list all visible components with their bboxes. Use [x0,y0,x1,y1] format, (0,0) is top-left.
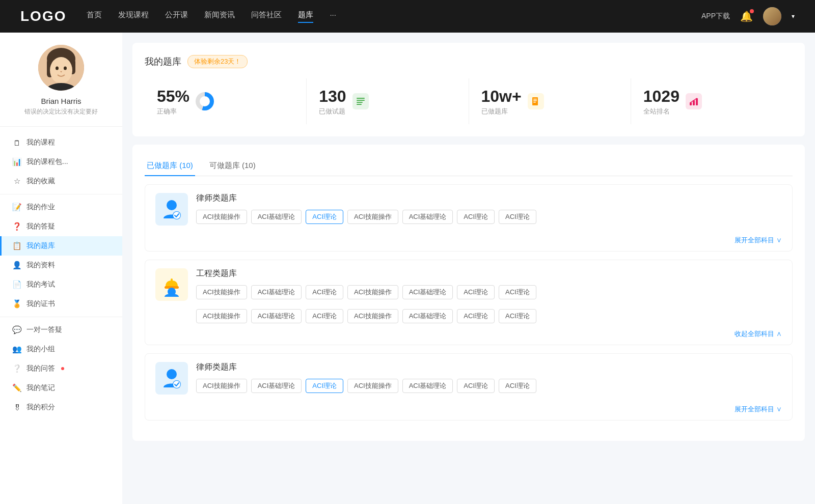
sidebar-item-my-qa[interactable]: ❓ 我的答疑 [0,217,122,236]
sidebar-item-course-package[interactable]: 📊 我的课程包... [0,152,122,172]
stat-number: 130 [319,87,346,106]
sidebar-item-my-bank[interactable]: 📋 我的题库 [0,236,122,256]
bank-tag-1-5[interactable]: ACI理论 [457,285,495,299]
trial-badge: 体验剩余23天！ [187,55,248,68]
sidebar-item-my-questions[interactable]: ❔ 我的问答 [0,359,122,378]
svg-rect-10 [357,102,363,103]
bank-tag-1r2-3[interactable]: ACI技能操作 [347,309,398,323]
medal-icon: 🏅 [12,299,21,309]
sidebar-item-certificate[interactable]: 🏅 我的证书 [0,294,122,314]
sidebar-item-my-courses[interactable]: 🗒 我的课程 [0,133,122,152]
bank-tag-1-1[interactable]: ACI基础理论 [251,285,302,299]
bank-tag-0-3[interactable]: ACI技能操作 [347,210,398,224]
sidebar-profile: Brian Harris 错误的决定比没有决定要好 [0,45,122,127]
sidebar-item-label: 我的课程包... [26,157,68,166]
banks-card: 已做题库 (10) 可做题库 (10) [132,145,805,441]
page-title: 我的题库 [145,55,181,68]
unread-dot [61,367,64,370]
stat-value-questions: 130 已做试题 [319,87,346,116]
bank-tag-1-0[interactable]: ACI技能操作 [196,285,247,299]
user-avatar[interactable] [763,7,781,25]
bank-tags-1: ACI技能操作 ACI基础理论 ACI理论 ACI技能操作 ACI基础理论 AC… [196,285,782,299]
nav-qa[interactable]: 问答社区 [251,10,282,23]
sidebar-item-one-on-one[interactable]: 💬 一对一答疑 [0,320,122,340]
bank-tag-1-2[interactable]: ACI理论 [306,285,343,299]
nav-discover[interactable]: 发现课程 [118,10,149,23]
table-icon: 📋 [12,241,21,250]
sidebar-item-my-data[interactable]: 👤 我的资料 [0,256,122,275]
nav-open-course[interactable]: 公开课 [165,10,188,23]
bank-item-1: 工程类题库 ACI技能操作 ACI基础理论 ACI理论 ACI技能操作 ACI基… [145,260,793,345]
bank-tag-1r2-0[interactable]: ACI技能操作 [196,309,247,323]
bank-tag-2-6[interactable]: ACI理论 [499,379,536,393]
bank-icon-lawyer-0 [155,193,188,226]
bank-tag-2-2[interactable]: ACI理论 [306,379,343,393]
bank-tag-2-5[interactable]: ACI理论 [457,379,495,393]
stats-row: 55% 正确率 130 已做试题 [145,78,793,124]
sidebar-item-my-group[interactable]: 👥 我的小组 [0,340,122,359]
svg-point-6 [64,67,67,70]
avatar-dropdown-icon[interactable]: ▾ [792,13,795,20]
svg-rect-23 [171,278,173,282]
nav-news[interactable]: 新闻资讯 [204,10,235,23]
bank-name-2: 律师类题库 [196,362,782,373]
bank-header-1: 工程类题库 ACI技能操作 ACI基础理论 ACI理论 ACI技能操作 ACI基… [145,260,792,309]
tab-done-banks[interactable]: 已做题库 (10) [145,157,195,176]
notification-bell[interactable]: 🔔 [740,10,753,22]
list-icon [352,93,369,109]
stat-label: 正确率 [157,107,189,116]
bank-tag-0-1[interactable]: ACI基础理论 [251,210,302,224]
sidebar-item-label: 我的证书 [26,299,55,309]
bank-tags-2: ACI技能操作 ACI基础理论 ACI理论 ACI技能操作 ACI基础理论 AC… [196,379,782,393]
bank-tag-2-4[interactable]: ACI基础理论 [402,379,453,393]
page-header: 我的题库 体验剩余23天！ [145,55,793,68]
sidebar-item-my-exam[interactable]: 📄 我的考试 [0,275,122,294]
bank-tag-2-0[interactable]: ACI技能操作 [196,379,247,393]
bank-tag-1-6[interactable]: ACI理论 [499,285,536,299]
svg-rect-14 [533,100,537,101]
user-name: Brian Harris [41,97,81,105]
sidebar-item-my-points[interactable]: 🎖 我的积分 [0,398,122,417]
sidebar-item-favorites[interactable]: ☆ 我的收藏 [0,172,122,191]
bank-tag-2-1[interactable]: ACI基础理论 [251,379,302,393]
bank-tag-1-3[interactable]: ACI技能操作 [347,285,398,299]
bank-name-0: 律师类题库 [196,193,782,204]
file-icon: 🗒 [12,138,21,147]
nav-question-bank[interactable]: 题库 [298,10,313,23]
logo: LOGO [20,8,66,24]
bank-tag-1r2-5[interactable]: ACI理论 [457,309,495,323]
svg-point-5 [56,67,59,70]
sidebar-item-homework[interactable]: 📝 我的作业 [0,198,122,217]
profile-avatar [38,45,84,91]
book-icon [528,93,544,109]
bank-tag-1-4[interactable]: ACI基础理论 [402,285,453,299]
bank-header-0: 律师类题库 ACI技能操作 ACI基础理论 ACI理论 ACI技能操作 ACI基… [145,185,792,234]
pen-icon: ✏️ [12,383,21,393]
bank-tag-2-3[interactable]: ACI技能操作 [347,379,398,393]
user-motto: 错误的决定比没有决定要好 [24,107,98,116]
bank-tag-1r2-2[interactable]: ACI理论 [306,309,343,323]
sidebar-item-label: 我的答疑 [26,222,55,231]
person-badge-icon: 🎖 [12,403,21,412]
bank-tag-0-4[interactable]: ACI基础理论 [402,210,453,224]
collapse-button-1[interactable]: 收起全部科目 ∧ [735,329,782,339]
bank-tag-1r2-6[interactable]: ACI理论 [499,309,536,323]
tab-available-banks[interactable]: 可做题库 (10) [207,157,258,176]
nav-home[interactable]: 首页 [87,10,102,23]
avatar-image [763,7,781,25]
bank-tag-0-2[interactable]: ACI理论 [306,210,343,224]
bank-tag-1r2-1[interactable]: ACI基础理论 [251,309,302,323]
bank-tag-0-5[interactable]: ACI理论 [457,210,495,224]
donut-chart [196,92,214,110]
bank-tag-1r2-4[interactable]: ACI基础理论 [402,309,453,323]
expand-button-0[interactable]: 展开全部科目 ∨ [735,236,782,245]
stat-value-rank: 1029 全站排名 [643,87,680,116]
app-download-link[interactable]: APP下载 [701,12,730,21]
stat-questions-done: 130 已做试题 [307,78,469,124]
bank-tag-0-0[interactable]: ACI技能操作 [196,210,247,224]
question-circle-icon: ❓ [12,222,21,231]
nav-more[interactable]: ··· [330,10,336,23]
sidebar-item-my-notes[interactable]: ✏️ 我的笔记 [0,378,122,398]
expand-button-2[interactable]: 展开全部科目 ∨ [735,405,782,414]
bank-tag-0-6[interactable]: ACI理论 [499,210,536,224]
